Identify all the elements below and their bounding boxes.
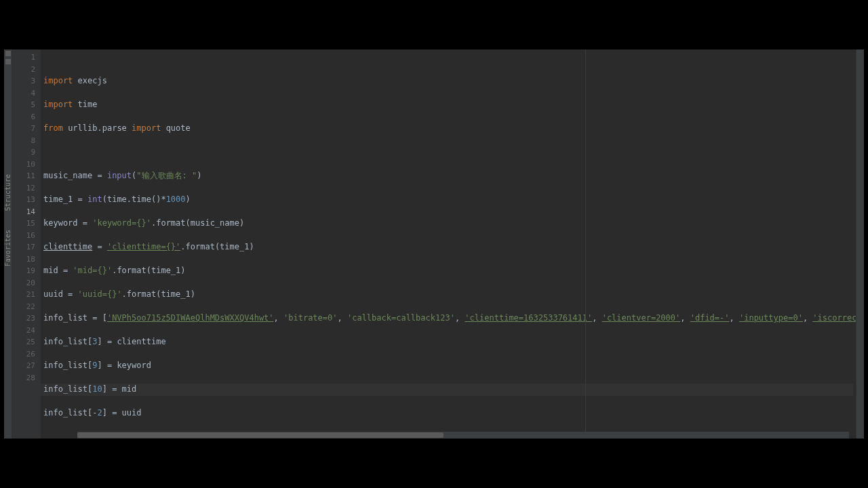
line-number: 9 <box>15 146 35 159</box>
vertical-scrollbar[interactable] <box>857 49 864 429</box>
line-number: 22 <box>15 301 35 313</box>
line-number: 1 <box>15 52 35 64</box>
tool-icon[interactable] <box>5 59 11 64</box>
right-margin-guide <box>585 49 586 439</box>
line-number: 7 <box>15 123 35 135</box>
structure-tab[interactable]: Structure <box>4 171 12 214</box>
line-number: 11 <box>15 170 35 182</box>
line-number: 23 <box>15 312 35 325</box>
left-tool-strip: Structure Favorites <box>4 49 12 439</box>
line-number: 3 <box>15 75 35 87</box>
line-number: 12 <box>15 182 35 195</box>
line-number: 17 <box>15 241 35 253</box>
line-number: 24 <box>15 325 35 337</box>
line-number: 25 <box>15 336 35 348</box>
line-number: 6 <box>15 111 35 123</box>
code-editor[interactable]: import execjs import time from urllib.pa… <box>41 49 856 439</box>
line-number-gutter[interactable]: 1 2 3 4 5 6 7 8 9 10 11 12 13 14 15 16 1… <box>12 49 41 439</box>
line-number: 4 <box>15 87 35 100</box>
line-number: 21 <box>15 289 35 301</box>
tool-icon[interactable] <box>5 51 11 56</box>
line-number-current: 14 <box>15 206 35 218</box>
line-number: 15 <box>15 218 35 230</box>
line-number: 16 <box>15 230 35 242</box>
horizontal-scrollbar[interactable] <box>77 432 849 439</box>
line-number: 19 <box>15 265 35 277</box>
ide-editor-panel: Structure Favorites 1 2 3 4 5 6 7 8 9 10… <box>4 49 864 439</box>
line-number: 10 <box>15 159 35 171</box>
line-number: 27 <box>15 360 35 372</box>
line-number: 5 <box>15 99 35 111</box>
horizontal-scrollbar-thumb[interactable] <box>77 432 443 438</box>
line-number: 8 <box>15 135 35 147</box>
line-number: 28 <box>15 372 35 384</box>
line-number: 26 <box>15 348 35 361</box>
line-number: 18 <box>15 253 35 266</box>
line-number: 2 <box>15 64 35 76</box>
line-number: 20 <box>15 277 35 289</box>
line-number: 13 <box>15 194 35 206</box>
favorites-tab[interactable]: Favorites <box>4 227 12 269</box>
